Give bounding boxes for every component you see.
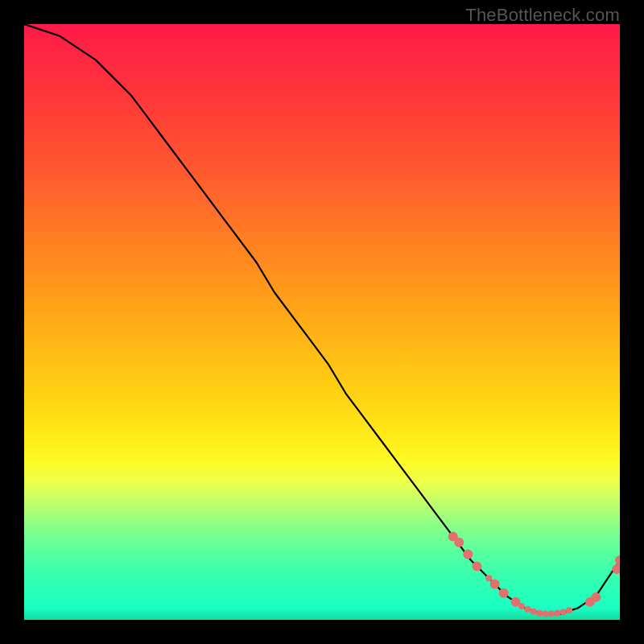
marker-point xyxy=(591,592,601,602)
marker-point xyxy=(454,538,464,547)
marker-point xyxy=(560,609,567,615)
marker-point xyxy=(499,588,509,598)
marker-point xyxy=(524,606,530,613)
chart-frame: TheBottleneck.com xyxy=(0,0,644,644)
plot-area xyxy=(24,24,620,620)
marker-point xyxy=(612,564,620,574)
chart-svg xyxy=(24,24,620,620)
curve-line xyxy=(24,24,620,614)
marker-group xyxy=(448,531,620,617)
marker-point xyxy=(530,609,537,615)
marker-point xyxy=(548,611,555,617)
marker-point xyxy=(566,607,572,613)
marker-point xyxy=(536,610,543,617)
marker-point xyxy=(463,550,473,559)
marker-point xyxy=(554,610,560,617)
marker-point xyxy=(518,603,525,609)
watermark-text: TheBottleneck.com xyxy=(465,5,620,26)
marker-point xyxy=(543,611,549,617)
marker-point xyxy=(472,561,481,571)
marker-point xyxy=(490,580,500,589)
marker-point xyxy=(615,555,620,565)
marker-point xyxy=(485,575,492,581)
